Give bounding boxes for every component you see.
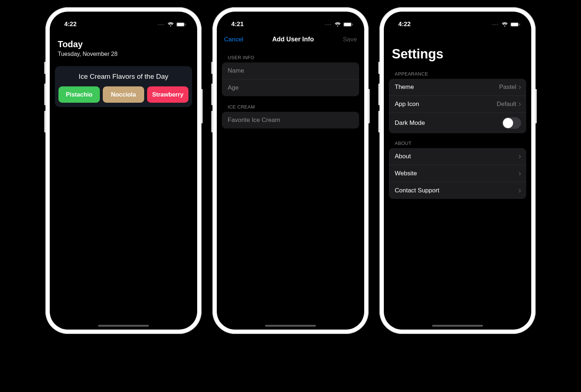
flavor-nocciola[interactable]: Nocciola [103, 86, 144, 103]
status-time: 4:22 [398, 21, 411, 28]
section-ice-cream: ICE CREAM [217, 96, 364, 112]
theme-value: Pastel [499, 83, 516, 91]
card-title: Ice Cream Flavors of the Day [58, 73, 188, 81]
age-field[interactable]: Age [222, 79, 359, 96]
svg-rect-5 [352, 24, 353, 25]
svg-rect-1 [177, 23, 184, 26]
contact-support-row[interactable]: Contact Support › [389, 182, 526, 199]
cancel-button[interactable]: Cancel [224, 36, 243, 43]
app-icon-value: Default [497, 101, 516, 108]
nav-title: Add User Info [272, 36, 314, 43]
svg-rect-7 [511, 23, 518, 26]
chevron-right-icon: › [519, 83, 521, 91]
home-indicator[interactable] [265, 325, 316, 327]
wifi-icon [334, 22, 341, 27]
dark-mode-label: Dark Mode [395, 119, 502, 127]
phone-settings: 4:22 ···· Settings APPEARANCE Theme Past… [379, 7, 536, 334]
home-indicator[interactable] [98, 325, 149, 327]
battery-icon [176, 22, 186, 27]
svg-rect-8 [519, 24, 520, 25]
phone-today: 4:22 ···· Today Tuesday, November 28 Ice… [45, 7, 202, 334]
dark-mode-row: Dark Mode [389, 113, 526, 133]
battery-icon [510, 22, 520, 27]
favorite-ice-cream-field[interactable]: Favorite Ice Cream [222, 112, 359, 128]
flavors-card: Ice Cream Flavors of the Day Pistachio N… [55, 66, 192, 107]
status-time: 4:22 [64, 21, 77, 28]
website-row[interactable]: Website › [389, 165, 526, 182]
nav-bar: Cancel Add User Info Save [217, 31, 364, 47]
page-title: Today [58, 39, 189, 49]
phone-add-user: 4:21 ···· Cancel Add User Info Save USER… [212, 7, 369, 334]
page-date: Tuesday, November 28 [58, 51, 189, 57]
name-field[interactable]: Name [222, 62, 359, 79]
battery-icon [343, 22, 353, 27]
svg-rect-4 [344, 23, 351, 26]
about-row[interactable]: About › [389, 148, 526, 165]
page-title: Settings [384, 31, 531, 64]
chevron-right-icon: › [519, 152, 521, 160]
dark-mode-switch[interactable] [502, 117, 521, 129]
section-appearance: APPEARANCE [384, 64, 531, 79]
chevron-right-icon: › [519, 100, 521, 108]
home-indicator[interactable] [432, 325, 483, 327]
app-icon-row[interactable]: App Icon Default › [389, 96, 526, 113]
wifi-icon [501, 22, 508, 27]
app-icon-label: App Icon [395, 101, 497, 108]
save-button[interactable]: Save [343, 36, 357, 43]
cellular-icon: ···· [492, 22, 499, 27]
flavor-pistachio[interactable]: Pistachio [58, 86, 100, 103]
section-user-info: USER INFO [217, 47, 364, 62]
wifi-icon [167, 22, 174, 27]
cellular-icon: ···· [325, 22, 332, 27]
theme-row[interactable]: Theme Pastel › [389, 79, 526, 96]
cellular-icon: ···· [158, 22, 164, 27]
section-about: ABOUT [384, 133, 531, 148]
theme-label: Theme [395, 83, 499, 91]
status-time: 4:21 [231, 21, 244, 28]
chevron-right-icon: › [519, 170, 521, 177]
flavor-strawberry[interactable]: Strawberry [147, 86, 188, 103]
chevron-right-icon: › [519, 187, 521, 195]
svg-rect-2 [185, 24, 186, 25]
